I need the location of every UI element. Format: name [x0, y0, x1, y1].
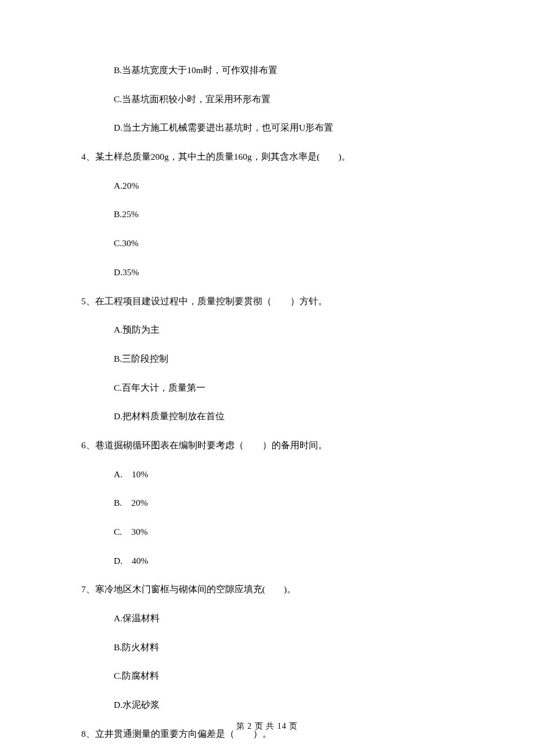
- q5-option-b: B.三阶段控制: [114, 352, 453, 365]
- q4-option-c: C.30%: [114, 237, 453, 250]
- q5-option-a: A.预防为主: [114, 323, 453, 336]
- page-content: B.当基坑宽度大于10m时，可作双排布置 C.当基坑面积较小时，宜采用环形布置 …: [0, 0, 534, 756]
- q4-stem: 4、某土样总质量200g，其中土的质量160g，则其含水率是( )。: [81, 150, 453, 163]
- q4-option-a: A.20%: [114, 179, 453, 192]
- q3-option-b: B.当基坑宽度大于10m时，可作双排布置: [114, 64, 453, 77]
- q6-option-d: D. 40%: [114, 555, 453, 567]
- page-footer: 第 2 页 共 14 页: [0, 721, 534, 732]
- q6-stem: 6、巷道掘砌循环图表在编制时要考虑（ ）的备用时间。: [81, 439, 453, 452]
- q4-option-b: B.25%: [114, 208, 453, 221]
- q7-option-a: A.保温材料: [114, 612, 453, 625]
- q6-option-c: C. 30%: [114, 525, 453, 538]
- q7-option-c: C.防腐材料: [114, 669, 453, 682]
- q3-option-c: C.当基坑面积较小时，宜采用环形布置: [114, 93, 453, 106]
- q5-option-d: D.把材料质量控制放在首位: [114, 410, 453, 423]
- q6-option-b: B. 20%: [114, 496, 453, 509]
- q6-option-a: A. 10%: [114, 468, 453, 481]
- q5-stem: 5、在工程项目建设过程中，质量控制要贯彻（ ）方针。: [81, 295, 453, 308]
- q7-option-b: B.防火材料: [114, 641, 453, 654]
- q7-option-d: D.水泥砂浆: [114, 699, 453, 711]
- q5-option-c: C.百年大计，质量第一: [114, 381, 453, 394]
- q3-option-d: D.当土方施工机械需要进出基坑时，也可采用U形布置: [114, 121, 453, 134]
- q7-stem: 7、寒冷地区木门窗框与砌体间的空隙应填充( )。: [81, 583, 453, 596]
- q4-option-d: D.35%: [114, 266, 453, 279]
